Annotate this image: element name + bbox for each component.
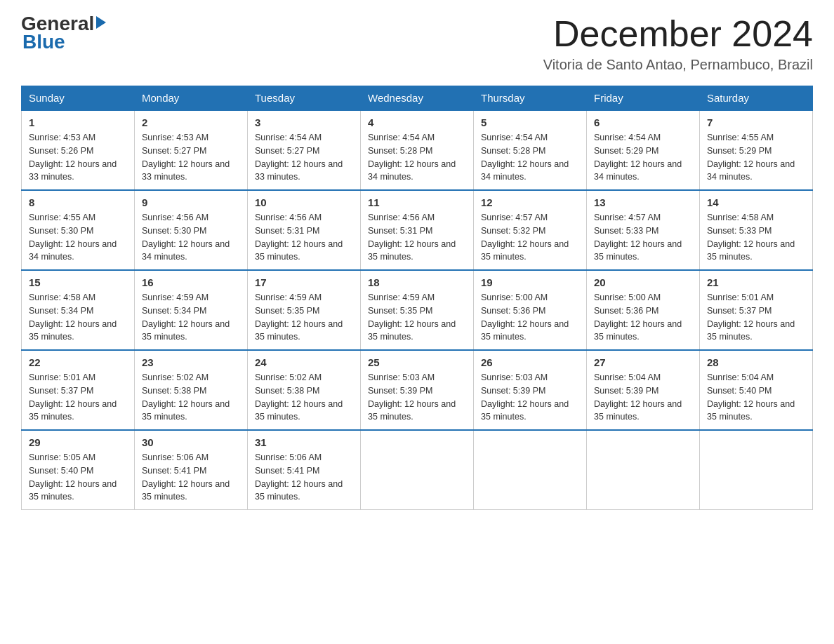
day-cell-15: 15 Sunrise: 4:58 AMSunset: 5:34 PMDaylig… <box>22 270 135 350</box>
day-cell-16: 16 Sunrise: 4:59 AMSunset: 5:34 PMDaylig… <box>135 270 248 350</box>
empty-cell <box>587 430 700 510</box>
calendar-table: SundayMondayTuesdayWednesdayThursdayFrid… <box>21 86 813 510</box>
day-info: Sunrise: 5:05 AMSunset: 5:40 PMDaylight:… <box>29 452 117 502</box>
day-number: 20 <box>594 276 692 288</box>
day-info: Sunrise: 5:03 AMSunset: 5:39 PMDaylight:… <box>368 373 456 422</box>
day-number: 15 <box>29 276 127 288</box>
day-number: 26 <box>481 356 579 368</box>
day-info: Sunrise: 4:56 AMSunset: 5:31 PMDaylight:… <box>255 213 343 262</box>
day-number: 22 <box>29 356 127 368</box>
day-info: Sunrise: 4:54 AMSunset: 5:28 PMDaylight:… <box>368 133 456 182</box>
day-info: Sunrise: 5:04 AMSunset: 5:40 PMDaylight:… <box>707 373 795 422</box>
empty-cell <box>474 430 587 510</box>
day-number: 2 <box>142 116 240 128</box>
day-number: 1 <box>29 116 127 128</box>
month-title: December 2024 <box>543 14 813 54</box>
day-number: 25 <box>368 356 466 368</box>
day-info: Sunrise: 4:55 AMSunset: 5:29 PMDaylight:… <box>707 133 795 182</box>
day-info: Sunrise: 4:56 AMSunset: 5:31 PMDaylight:… <box>368 213 456 262</box>
day-info: Sunrise: 5:01 AMSunset: 5:37 PMDaylight:… <box>707 293 795 342</box>
day-number: 27 <box>594 356 692 368</box>
day-number: 19 <box>481 276 579 288</box>
day-cell-8: 8 Sunrise: 4:55 AMSunset: 5:30 PMDayligh… <box>22 190 135 270</box>
day-info: Sunrise: 5:00 AMSunset: 5:36 PMDaylight:… <box>594 293 682 342</box>
day-info: Sunrise: 4:54 AMSunset: 5:27 PMDaylight:… <box>255 133 343 182</box>
empty-cell <box>361 430 474 510</box>
day-info: Sunrise: 4:55 AMSunset: 5:30 PMDaylight:… <box>29 213 117 262</box>
day-info: Sunrise: 5:03 AMSunset: 5:39 PMDaylight:… <box>481 373 569 422</box>
day-number: 14 <box>707 196 805 208</box>
day-cell-4: 4 Sunrise: 4:54 AMSunset: 5:28 PMDayligh… <box>361 110 474 190</box>
day-number: 29 <box>29 436 127 448</box>
day-cell-21: 21 Sunrise: 5:01 AMSunset: 5:37 PMDaylig… <box>700 270 813 350</box>
column-header-sunday: Sunday <box>22 86 135 111</box>
column-header-tuesday: Tuesday <box>248 86 361 111</box>
logo-arrow-icon <box>96 16 106 29</box>
day-info: Sunrise: 4:54 AMSunset: 5:28 PMDaylight:… <box>481 133 569 182</box>
day-number: 10 <box>255 196 353 208</box>
day-info: Sunrise: 4:57 AMSunset: 5:32 PMDaylight:… <box>481 213 569 262</box>
day-number: 24 <box>255 356 353 368</box>
day-info: Sunrise: 4:54 AMSunset: 5:29 PMDaylight:… <box>594 133 682 182</box>
day-number: 11 <box>368 196 466 208</box>
day-cell-3: 3 Sunrise: 4:54 AMSunset: 5:27 PMDayligh… <box>248 110 361 190</box>
day-info: Sunrise: 5:00 AMSunset: 5:36 PMDaylight:… <box>481 293 569 342</box>
day-cell-6: 6 Sunrise: 4:54 AMSunset: 5:29 PMDayligh… <box>587 110 700 190</box>
day-cell-13: 13 Sunrise: 4:57 AMSunset: 5:33 PMDaylig… <box>587 190 700 270</box>
page-header: General Blue December 2024 Vitoria de Sa… <box>21 14 813 73</box>
day-number: 13 <box>594 196 692 208</box>
title-section: December 2024 Vitoria de Santo Antao, Pe… <box>543 14 813 73</box>
day-cell-29: 29 Sunrise: 5:05 AMSunset: 5:40 PMDaylig… <box>22 430 135 510</box>
day-info: Sunrise: 4:58 AMSunset: 5:34 PMDaylight:… <box>29 293 117 342</box>
day-info: Sunrise: 4:57 AMSunset: 5:33 PMDaylight:… <box>594 213 682 262</box>
day-cell-24: 24 Sunrise: 5:02 AMSunset: 5:38 PMDaylig… <box>248 350 361 430</box>
column-header-monday: Monday <box>135 86 248 111</box>
calendar-header-row: SundayMondayTuesdayWednesdayThursdayFrid… <box>22 86 813 111</box>
day-cell-7: 7 Sunrise: 4:55 AMSunset: 5:29 PMDayligh… <box>700 110 813 190</box>
day-number: 7 <box>707 116 805 128</box>
location-text: Vitoria de Santo Antao, Pernambuco, Braz… <box>543 57 813 73</box>
day-cell-27: 27 Sunrise: 5:04 AMSunset: 5:39 PMDaylig… <box>587 350 700 430</box>
day-cell-19: 19 Sunrise: 5:00 AMSunset: 5:36 PMDaylig… <box>474 270 587 350</box>
day-cell-9: 9 Sunrise: 4:56 AMSunset: 5:30 PMDayligh… <box>135 190 248 270</box>
day-number: 21 <box>707 276 805 288</box>
week-row-3: 15 Sunrise: 4:58 AMSunset: 5:34 PMDaylig… <box>22 270 813 350</box>
day-number: 23 <box>142 356 240 368</box>
week-row-5: 29 Sunrise: 5:05 AMSunset: 5:40 PMDaylig… <box>22 430 813 510</box>
day-cell-5: 5 Sunrise: 4:54 AMSunset: 5:28 PMDayligh… <box>474 110 587 190</box>
day-info: Sunrise: 4:59 AMSunset: 5:35 PMDaylight:… <box>368 293 456 342</box>
day-cell-14: 14 Sunrise: 4:58 AMSunset: 5:33 PMDaylig… <box>700 190 813 270</box>
day-number: 8 <box>29 196 127 208</box>
day-number: 28 <box>707 356 805 368</box>
day-number: 18 <box>368 276 466 288</box>
day-number: 30 <box>142 436 240 448</box>
day-cell-10: 10 Sunrise: 4:56 AMSunset: 5:31 PMDaylig… <box>248 190 361 270</box>
day-info: Sunrise: 5:06 AMSunset: 5:41 PMDaylight:… <box>142 452 230 502</box>
day-cell-23: 23 Sunrise: 5:02 AMSunset: 5:38 PMDaylig… <box>135 350 248 430</box>
day-info: Sunrise: 5:02 AMSunset: 5:38 PMDaylight:… <box>255 373 343 422</box>
week-row-2: 8 Sunrise: 4:55 AMSunset: 5:30 PMDayligh… <box>22 190 813 270</box>
day-cell-25: 25 Sunrise: 5:03 AMSunset: 5:39 PMDaylig… <box>361 350 474 430</box>
week-row-4: 22 Sunrise: 5:01 AMSunset: 5:37 PMDaylig… <box>22 350 813 430</box>
day-cell-22: 22 Sunrise: 5:01 AMSunset: 5:37 PMDaylig… <box>22 350 135 430</box>
day-number: 3 <box>255 116 353 128</box>
week-row-1: 1 Sunrise: 4:53 AMSunset: 5:26 PMDayligh… <box>22 110 813 190</box>
day-info: Sunrise: 4:59 AMSunset: 5:34 PMDaylight:… <box>142 293 230 342</box>
day-number: 17 <box>255 276 353 288</box>
day-info: Sunrise: 5:04 AMSunset: 5:39 PMDaylight:… <box>594 373 682 422</box>
day-info: Sunrise: 4:59 AMSunset: 5:35 PMDaylight:… <box>255 293 343 342</box>
day-info: Sunrise: 4:58 AMSunset: 5:33 PMDaylight:… <box>707 213 795 262</box>
day-info: Sunrise: 5:02 AMSunset: 5:38 PMDaylight:… <box>142 373 230 422</box>
column-header-wednesday: Wednesday <box>361 86 474 111</box>
day-number: 16 <box>142 276 240 288</box>
day-cell-30: 30 Sunrise: 5:06 AMSunset: 5:41 PMDaylig… <box>135 430 248 510</box>
day-cell-17: 17 Sunrise: 4:59 AMSunset: 5:35 PMDaylig… <box>248 270 361 350</box>
day-cell-11: 11 Sunrise: 4:56 AMSunset: 5:31 PMDaylig… <box>361 190 474 270</box>
day-number: 4 <box>368 116 466 128</box>
logo: General Blue <box>21 14 106 53</box>
empty-cell <box>700 430 813 510</box>
day-cell-28: 28 Sunrise: 5:04 AMSunset: 5:40 PMDaylig… <box>700 350 813 430</box>
day-number: 31 <box>255 436 353 448</box>
column-header-friday: Friday <box>587 86 700 111</box>
day-info: Sunrise: 5:06 AMSunset: 5:41 PMDaylight:… <box>255 452 343 502</box>
